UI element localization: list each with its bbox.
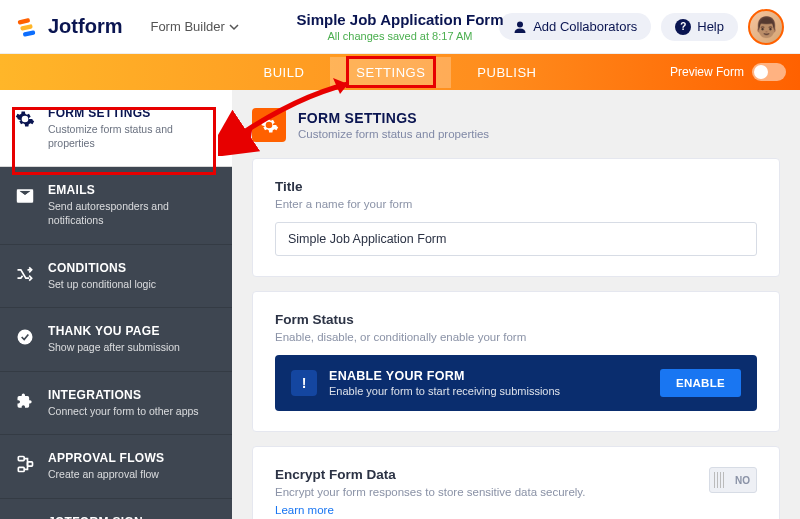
encrypt-toggle-state: NO [735, 475, 750, 486]
status-label: Form Status [275, 312, 757, 327]
help-label: Help [697, 19, 724, 34]
sidebar-item-label: EMAILS [48, 183, 218, 197]
sidebar-item-desc: Send autoresponders and notifications [48, 200, 218, 227]
status-desc: Enable, disable, or conditionally enable… [275, 331, 757, 343]
sidebar-item-integrations[interactable]: INTEGRATIONS Connect your form to other … [0, 372, 232, 436]
enable-banner-desc: Enable your form to start receiving subm… [329, 385, 648, 397]
sidebar-item-desc: Connect your form to other apps [48, 405, 218, 419]
encrypt-label: Encrypt Form Data [275, 467, 693, 482]
sidebar-item-desc: Create an approval flow [48, 468, 218, 482]
help-button[interactable]: ? Help [661, 13, 738, 41]
sidebar-item-label: JOTFORM SIGN [48, 515, 218, 519]
svg-rect-7 [18, 468, 24, 472]
svg-point-3 [517, 21, 523, 27]
svg-point-5 [18, 330, 33, 345]
preview-form-toggle[interactable] [752, 63, 786, 81]
sidebar-item-desc: Customize form status and properties [48, 123, 218, 150]
sidebar-item-form-settings[interactable]: FORM SETTINGS Customize form status and … [0, 90, 232, 167]
title-card: Title Enter a name for your form [252, 158, 780, 277]
title-desc: Enter a name for your form [275, 198, 757, 210]
sidebar-item-label: CONDITIONS [48, 261, 218, 275]
sidebar-item-approval-flows[interactable]: APPROVAL FLOWS Create an approval flow [0, 435, 232, 499]
svg-rect-6 [18, 457, 24, 461]
content-header-title: FORM SETTINGS [298, 110, 489, 126]
gear-icon [252, 108, 286, 142]
info-icon: ! [291, 370, 317, 396]
add-collaborators-button[interactable]: Add Collaborators [499, 13, 651, 40]
logo-text: Jotform [48, 15, 122, 38]
sidebar-item-emails[interactable]: EMAILS Send autoresponders and notificat… [0, 167, 232, 244]
add-collaborators-label: Add Collaborators [533, 19, 637, 34]
svg-rect-1 [20, 24, 33, 31]
form-builder-dropdown[interactable]: Form Builder [150, 19, 238, 34]
tab-publish[interactable]: PUBLISH [451, 57, 562, 88]
form-title[interactable]: Simple Job Application Form [297, 11, 504, 28]
enable-banner-title: ENABLE YOUR FORM [329, 369, 648, 383]
sidebar-item-conditions[interactable]: CONDITIONS Set up conditional logic [0, 245, 232, 309]
settings-content: FORM SETTINGS Customize form status and … [232, 90, 800, 519]
form-title-block: Simple Job Application Form All changes … [297, 11, 504, 42]
save-status: All changes saved at 8:17 AM [297, 30, 504, 42]
gear-icon [14, 108, 36, 130]
sidebar-item-desc: Show page after submission [48, 341, 218, 355]
puzzle-icon [14, 390, 36, 412]
preview-form-label: Preview Form [670, 65, 744, 79]
sidebar-item-label: FORM SETTINGS [48, 106, 218, 120]
sidebar-item-desc: Set up conditional logic [48, 278, 218, 292]
learn-more-link[interactable]: Learn more [275, 504, 334, 516]
person-icon [513, 20, 527, 34]
sidebar-item-jotform-sign[interactable]: JOTFORM SIGN [0, 499, 232, 519]
check-circle-icon [14, 326, 36, 348]
flow-icon [14, 453, 36, 475]
sidebar-item-thank-you[interactable]: THANK YOU PAGE Show page after submissio… [0, 308, 232, 372]
logo[interactable]: Jotform [16, 14, 122, 40]
tabs-bar: BUILD SETTINGS PUBLISH Preview Form [0, 54, 800, 90]
enable-button[interactable]: ENABLE [660, 369, 741, 397]
jotform-logo-icon [16, 14, 42, 40]
envelope-icon [14, 185, 36, 207]
chevron-down-icon [229, 22, 239, 32]
sidebar-item-label: THANK YOU PAGE [48, 324, 218, 338]
settings-sidebar: FORM SETTINGS Customize form status and … [0, 90, 232, 519]
status-card: Form Status Enable, disable, or conditio… [252, 291, 780, 432]
encrypt-desc: Encrypt your form responses to store sen… [275, 486, 693, 498]
encrypt-card: Encrypt Form Data Encrypt your form resp… [252, 446, 780, 519]
sidebar-item-label: APPROVAL FLOWS [48, 451, 218, 465]
user-avatar[interactable]: 👨🏽 [748, 9, 784, 45]
title-label: Title [275, 179, 757, 194]
shuffle-icon [14, 263, 36, 285]
sidebar-item-label: INTEGRATIONS [48, 388, 218, 402]
title-input[interactable] [275, 222, 757, 256]
svg-rect-0 [18, 17, 31, 24]
svg-rect-2 [23, 30, 36, 37]
enable-banner: ! ENABLE YOUR FORM Enable your form to s… [275, 355, 757, 411]
tab-build[interactable]: BUILD [238, 57, 331, 88]
app-header: Jotform Form Builder Simple Job Applicat… [0, 0, 800, 54]
content-header-desc: Customize form status and properties [298, 128, 489, 140]
tab-settings[interactable]: SETTINGS [330, 57, 451, 88]
encrypt-toggle[interactable]: NO [709, 467, 757, 493]
form-builder-label: Form Builder [150, 19, 224, 34]
question-icon: ? [675, 19, 691, 35]
